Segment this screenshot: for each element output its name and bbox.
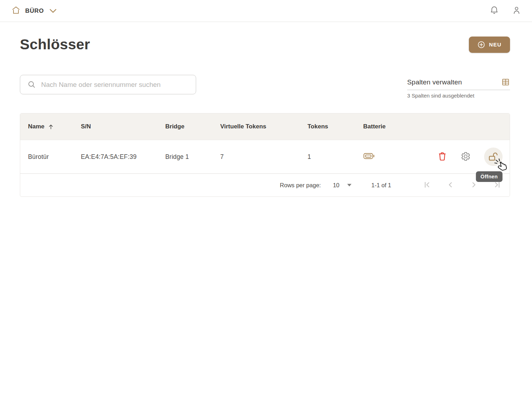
rows-per-page-value: 10 [333,182,339,189]
table-header-row: Name S/N Bridge Virtuelle Tokens Tokens … [20,113,510,140]
caret-down-icon [347,184,351,187]
new-lock-button[interactable]: NEU [469,37,510,53]
lock-settings-button[interactable] [461,151,471,162]
column-header-tokens[interactable]: Tokens [307,123,363,130]
topbar-actions [489,5,521,16]
first-page-button[interactable] [422,180,432,190]
site-switcher[interactable]: BÜRO [11,6,56,16]
pagination-bar: Rows per page: 10 1-1 of 1 [20,174,510,196]
cell-name: Bürotür [20,153,81,161]
user-icon [512,5,521,16]
column-header-virtual-tokens[interactable]: Virtuelle Tokens [220,123,307,130]
open-lock-tooltip: Öffnen [476,171,503,182]
cell-battery [363,152,430,162]
manage-columns-label: Spalten verwalten [407,78,462,86]
open-lock-button[interactable]: Öffnen [484,148,503,166]
table-columns-icon [501,78,510,87]
sort-ascending-icon [48,123,54,130]
hidden-columns-status: 3 Spalten sind ausgeblendet [407,93,510,99]
search-icon [27,80,36,89]
trash-icon [437,151,447,163]
page-title: Schlösser [20,36,90,53]
cell-tokens: 1 [307,153,363,161]
notifications-button[interactable] [489,5,499,16]
cell-bridge: Bridge 1 [165,153,220,161]
account-button[interactable] [512,5,521,16]
home-icon [11,6,21,16]
search-box [20,75,196,94]
table-row: Bürotür EA:E4:7A:5A:EF:39 Bridge 1 7 1 [20,140,510,174]
battery-full-icon [363,152,375,160]
gear-icon [461,151,471,162]
rows-per-page-label: Rows per page: [280,182,321,189]
pagination-range-label: 1-1 of 1 [371,182,391,189]
bell-icon [489,5,499,16]
column-header-bridge[interactable]: Bridge [165,123,220,130]
title-row: Schlösser NEU [20,36,510,53]
main-content: Schlösser NEU Spalten verwalten [0,22,532,197]
manage-columns-header: Spalten verwalten [407,78,510,90]
cell-serial-number: EA:E4:7A:5A:EF:39 [81,153,165,161]
column-header-name-label: Name [28,123,44,130]
chevron-left-icon [446,180,455,190]
new-lock-button-label: NEU [489,41,501,48]
column-header-name[interactable]: Name [20,123,81,130]
cell-actions: Öffnen [430,148,510,166]
lock-open-icon [488,152,499,162]
search-input[interactable] [41,81,190,89]
previous-page-button[interactable] [446,180,455,190]
column-header-battery[interactable]: Batterie [363,123,430,130]
plus-circle-icon [477,41,485,49]
column-header-sn[interactable]: S/N [81,123,165,130]
chevron-down-icon [50,9,56,13]
first-page-icon [422,180,432,190]
delete-lock-button[interactable] [437,151,447,163]
cell-virtual-tokens: 7 [220,153,307,161]
controls-row: Spalten verwalten 3 Spalten sind ausgebl… [20,75,510,99]
rows-per-page-select[interactable]: 10 [333,182,351,189]
locks-table: Name S/N Bridge Virtuelle Tokens Tokens … [20,113,510,197]
site-name: BÜRO [25,7,44,15]
manage-columns-control[interactable]: Spalten verwalten 3 Spalten sind ausgebl… [407,78,510,99]
topbar: BÜRO [0,0,532,22]
